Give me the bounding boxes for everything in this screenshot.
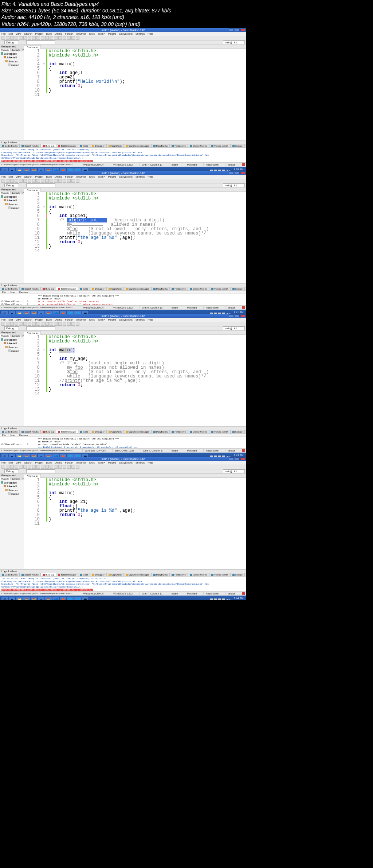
taskbar-app[interactable]: ⊞ [1,168,8,171]
maximize-button[interactable] [235,314,240,317]
toolbar-button[interactable] [10,322,14,326]
mgmt-tab-projects[interactable]: Projects [0,477,11,480]
toolbar-button[interactable] [50,179,53,183]
taskbar-app[interactable]: 🦊 [60,311,66,314]
log-tab-code--blocks[interactable]: Code::Blocks [0,573,20,576]
tree-workspace[interactable]: Workspace [1,338,23,342]
log-tab-cppcheck-messages[interactable]: CppCheck messages [124,144,152,147]
taskbar-app[interactable]: 🧮 [31,168,37,171]
close-button[interactable] [240,171,246,174]
log-tab-build-log[interactable]: Build log [41,144,56,147]
code-line[interactable]: } [49,517,246,522]
taskbar-app[interactable]: e [9,168,15,171]
menu-view[interactable]: View [16,318,21,321]
taskbar-app[interactable]: 🧮 [23,311,30,314]
log-tab-fortran-info[interactable]: Fortran info [170,430,188,433]
menu-build[interactable]: Build [46,461,52,464]
taskbar-app[interactable]: 🧮 [31,311,37,314]
toolbar-button[interactable] [54,36,58,40]
toolbar-button[interactable] [58,36,62,40]
editor-tab-main[interactable]: *main.c × [24,331,41,335]
menu-wxsmith[interactable]: wxSmith [76,461,86,464]
log-tab-search-results[interactable]: Search results [20,573,40,576]
log-tab-cscope[interactable]: Cscope [231,287,245,290]
toolbar-button[interactable] [76,322,79,326]
toolbar-button[interactable] [63,465,66,469]
toolbar-button[interactable] [6,179,9,183]
menu-tools+[interactable]: Tools+ [98,461,105,464]
tree-workspace[interactable]: Workspace [1,195,23,199]
menu-debug[interactable]: Debug [55,318,62,321]
tree-folder[interactable]: Sources [1,489,23,493]
toolbar-button[interactable] [58,322,62,326]
log-tab-cccc[interactable]: Cccc [78,430,90,433]
toolbar-button[interactable] [10,179,14,183]
taskbar-app[interactable]: 🌐 [74,168,81,171]
toolbar-button[interactable] [36,465,40,469]
code-area[interactable]: #include <stdio.h>#include <stdlib.h>int… [47,192,246,283]
menu-debug[interactable]: Debug [55,175,62,178]
log-tab-build-log[interactable]: Build log [41,287,56,290]
log-tab-closed-files-list[interactable]: Closed files list [188,144,209,147]
scope-select[interactable] [26,40,55,44]
taskbar-app[interactable]: a [38,311,44,314]
menu-fortran[interactable]: Fortran [65,175,74,178]
log-tab-fortran-info[interactable]: Fortran info [170,144,188,147]
tree-workspace[interactable]: Workspace [1,481,23,485]
code-editor[interactable]: 1234567891011121314 - #include <stdio.h>… [24,192,246,283]
menu-wxsmith[interactable]: wxSmith [76,318,86,321]
menu-tools+[interactable]: Tools+ [98,175,105,178]
tab-close-icon[interactable]: × [36,189,38,191]
tree-folder[interactable]: Sources [1,346,23,350]
code-line[interactable] [49,344,246,348]
log-tab-cscope[interactable]: Cscope [231,430,245,433]
log-tab-cccc[interactable]: Cccc [78,144,90,147]
taskbar-app[interactable]: e [9,311,15,314]
menu-fortran[interactable]: Fortran [65,318,74,321]
tree-project[interactable]: tutorial1 [1,199,23,203]
toolbar-button[interactable] [76,465,79,469]
menu-tools[interactable]: Tools [89,175,95,178]
toolbar-button[interactable] [71,465,75,469]
code-line[interactable]: int main() [49,348,246,352]
fold-marker[interactable]: - [43,206,45,208]
log-tab-cccc[interactable]: Cccc [78,573,90,576]
menu-tools+[interactable]: Tools+ [98,318,105,321]
menu-wxsmith[interactable]: wxSmith [76,32,86,35]
menu-doxyblocks[interactable]: DoxyBlocks [119,461,133,464]
code-line[interactable] [49,392,246,396]
menu-project[interactable]: Project [35,175,43,178]
toolbar-button[interactable] [1,179,5,183]
tree-folder[interactable]: Sources [1,203,23,207]
menu-debug[interactable]: Debug [55,461,62,464]
toolbar-button[interactable] [32,36,36,40]
tree-folder[interactable]: Sources [1,60,23,64]
toolbar-button[interactable] [50,322,53,326]
editor-tab-main[interactable]: *main.c × [24,474,41,478]
taskbar-app[interactable]: ⊞ [1,311,8,314]
build-target-select[interactable]: Debug [4,469,19,473]
taskbar-app[interactable]: 🦊 [60,597,66,600]
close-button[interactable] [240,314,246,317]
tree-file[interactable]: main.c [1,492,23,496]
taskbar-app[interactable]: ▦ [82,597,88,600]
scope-select[interactable] [26,469,55,473]
log-row[interactable]: === Build: Debug in tutorial1 (compiler:… [1,295,245,298]
menu-settings[interactable]: Settings [136,32,145,35]
toolbar-button[interactable] [71,322,75,326]
menu-file[interactable]: File [1,175,5,178]
tray-icons[interactable]: DEU [210,598,231,600]
autocomplete-tooltip[interactable]: a1g1e1: int [67,218,107,222]
taskbar-app[interactable]: 🌐 [67,454,74,457]
code-line[interactable]: { [49,209,246,214]
minimize-button[interactable] [229,28,234,31]
menu-fortran[interactable]: Fortran [65,461,74,464]
tray-lang[interactable]: DEU [226,598,231,600]
taskbar-app[interactable]: 🌐 [74,597,81,600]
toolbar-button[interactable] [6,322,9,326]
toolbar-button[interactable] [54,322,58,326]
code-line[interactable]: int main() [49,205,246,209]
log-row[interactable]: C:\Users\Progr...6error: invalid suffix … [1,300,245,303]
tray-icon[interactable] [214,598,217,600]
build-target-select[interactable]: Debug [4,326,19,330]
